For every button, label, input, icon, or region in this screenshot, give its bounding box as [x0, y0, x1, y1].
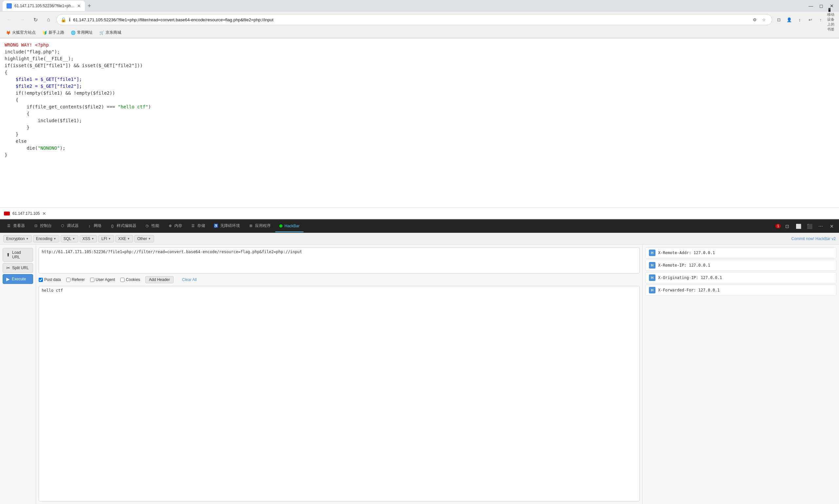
sql-arrow-icon: ▼: [72, 237, 75, 240]
header-row-2: H X-Originating-IP: 127.0.0.1: [645, 272, 836, 283]
encryption-label: Encryption: [6, 236, 25, 241]
bookmark-item-2[interactable]: 🌐 常用网址: [69, 29, 95, 36]
account-button[interactable]: 👤: [785, 16, 793, 23]
devtools-tab-style-editor[interactable]: {} 样式编辑器: [106, 220, 140, 232]
header-row-3: H X-Forwarded-For: 127.0.0.1: [645, 285, 836, 296]
user-agent-checkbox[interactable]: [90, 278, 94, 282]
extensions-button[interactable]: ⊡: [775, 16, 783, 23]
bookmark-item-0[interactable]: 🦊 火狐官方站点: [4, 29, 38, 36]
devtools-tab-accessibility[interactable]: ♿ 无障碍环境: [210, 220, 244, 232]
bookmark-item-1[interactable]: 🔰 新手上路: [40, 29, 66, 36]
hackbar-menu-lfi[interactable]: LFI ▼: [98, 235, 114, 242]
url-input[interactable]: [39, 247, 640, 273]
code-line-12: }: [5, 124, 834, 131]
xss-label: XSS: [83, 236, 90, 241]
devtools-tab-inspector-label: 查看器: [13, 223, 25, 229]
hackbar-menu-encryption[interactable]: Encryption ▼: [3, 235, 32, 242]
devtools-tab-inspector[interactable]: ☰ 查看器: [3, 220, 29, 232]
code-line-2: highlight_file(__FILE__);: [5, 55, 834, 62]
devtools-tab-perf-label: 性能: [152, 223, 159, 229]
hackbar-menu-xss[interactable]: XSS ▼: [80, 235, 97, 242]
load-url-label: Load URL: [12, 250, 30, 259]
hackbar-commit-info: Commit now! HackBar v2: [791, 236, 836, 241]
hackbar-menu-xxe[interactable]: XXE ▼: [115, 235, 133, 242]
active-tab[interactable]: 61.147.171.105:52236/?file1=ph... ✕: [3, 1, 85, 11]
hackbar-left-actions: ⬆ Load URL ✂ Split URL ▶ Execute: [0, 245, 36, 504]
devtools-tab-storage[interactable]: ☰ 存储: [187, 220, 209, 232]
bookmark-icon-0: 🦊: [6, 31, 11, 35]
devtools-split-icon[interactable]: ⬜: [794, 222, 803, 231]
clear-all-button[interactable]: Clear All: [179, 276, 200, 283]
code-line-7: if(!empty($file1) && !empty($file2)): [5, 90, 834, 96]
devtools-dock-icon[interactable]: ⬛: [805, 222, 814, 231]
back-button[interactable]: ←: [4, 14, 14, 25]
devtools-tab-console[interactable]: ⊡ 控制台: [30, 220, 56, 232]
maximize-button[interactable]: ◻: [817, 1, 826, 11]
devtools-tab-application[interactable]: ⊞ 应用程序: [244, 220, 275, 232]
post-data-textarea[interactable]: [39, 286, 640, 501]
devtools-settings-icon[interactable]: ⊡: [783, 222, 792, 231]
bookmark-label-2: 常用网址: [77, 30, 93, 35]
security-icon: 🔒: [60, 17, 66, 22]
sync-button[interactable]: ↕: [796, 16, 804, 23]
commit-now-text: Commit now!: [791, 236, 815, 241]
load-url-button[interactable]: ⬆ Load URL: [3, 248, 33, 262]
storage-icon: ☰: [191, 224, 195, 228]
code-line-1: include("flag.php");: [5, 49, 834, 55]
devtools-tab-network-label: 网络: [94, 223, 102, 229]
devtools-more-icon[interactable]: ⋯: [816, 222, 825, 231]
encoding-arrow-icon: ▼: [53, 237, 56, 240]
split-url-label: Split URL: [12, 266, 29, 270]
header-row-1: H X-Remote-IP: 127.0.0.1: [645, 260, 836, 271]
bookmark-star-icon[interactable]: ☆: [760, 16, 768, 23]
hackbar-menu-sql[interactable]: SQL ▼: [60, 235, 78, 242]
hackbar-right-headers: H X-Remote-Addr: 127.0.0.1 H X-Remote-IP…: [642, 245, 839, 504]
history-back-icon[interactable]: ↩: [806, 16, 814, 23]
new-tab-button[interactable]: +: [85, 1, 94, 11]
devtools-close-button[interactable]: ✕: [827, 222, 836, 231]
bookmark-item-3[interactable]: 🛒 京东商城: [97, 29, 123, 36]
tab-close-button[interactable]: ✕: [77, 3, 81, 8]
performance-icon: ◷: [145, 224, 150, 228]
address-bar[interactable]: 🔒 ℹ 61.147.171.105:52236/?file1=php://fi…: [56, 14, 772, 25]
ip-close-button[interactable]: ✕: [42, 211, 46, 216]
minimize-button[interactable]: —: [806, 1, 816, 11]
devtools-tab-performance[interactable]: ◷ 性能: [141, 220, 163, 232]
devtools-tab-memory-label: 内存: [174, 223, 182, 229]
encryption-arrow-icon: ▼: [26, 237, 29, 240]
add-header-button[interactable]: Add Header: [145, 276, 173, 283]
forward-button[interactable]: →: [17, 14, 28, 25]
devtools-panel: ☰ 查看器 ⊡ 控制台 ⬡ 调试器 ↕ 网络 {} 样式编辑器 ◷ 性能 ⊕ 内…: [0, 219, 839, 504]
execute-button[interactable]: ▶ Execute: [3, 274, 33, 284]
mobile-icon[interactable]: 📱移动设备上的书签: [827, 16, 835, 23]
header-letter-3: H: [649, 287, 656, 293]
cookies-checkbox-label[interactable]: Cookies: [120, 277, 140, 282]
cookies-checkbox[interactable]: [120, 278, 124, 282]
home-button[interactable]: ⌂: [43, 14, 54, 25]
devtools-tab-network[interactable]: ↕ 网络: [83, 220, 106, 232]
code-line-15: die("NONONO");: [5, 145, 834, 151]
bookmark-label-3: 京东商城: [106, 30, 121, 35]
tab-favicon: [6, 3, 12, 8]
devtools-tab-debugger[interactable]: ⬡ 调试器: [56, 220, 83, 232]
execute-icon: ▶: [6, 276, 10, 282]
lfi-label: LFI: [101, 236, 107, 241]
devtools-tab-memory[interactable]: ⊕ 内存: [164, 220, 186, 232]
user-agent-label: User Agent: [96, 277, 115, 282]
hackbar-active-dot: [279, 224, 282, 228]
code-line-10: {: [5, 110, 834, 117]
split-url-button[interactable]: ✂ Split URL: [3, 263, 33, 273]
hackbar-menu-other[interactable]: Other ▼: [134, 235, 154, 242]
extensions-icon[interactable]: ⚙: [751, 16, 759, 23]
reload-button[interactable]: ↻: [30, 14, 41, 25]
referer-checkbox[interactable]: [66, 278, 70, 282]
devtools-tab-hackbar[interactable]: HackBar: [275, 220, 303, 232]
post-data-checkbox-label[interactable]: Post data: [39, 277, 61, 282]
referer-checkbox-label[interactable]: Referer: [66, 277, 85, 282]
share-icon[interactable]: ↑: [817, 16, 825, 23]
devtools-end-controls: 1 ⊡ ⬜ ⬛ ⋯ ✕: [775, 222, 836, 231]
other-label: Other: [137, 236, 147, 241]
user-agent-checkbox-label[interactable]: User Agent: [90, 277, 115, 282]
post-data-checkbox[interactable]: [39, 278, 43, 282]
hackbar-menu-encoding[interactable]: Encoding ▼: [33, 235, 59, 242]
